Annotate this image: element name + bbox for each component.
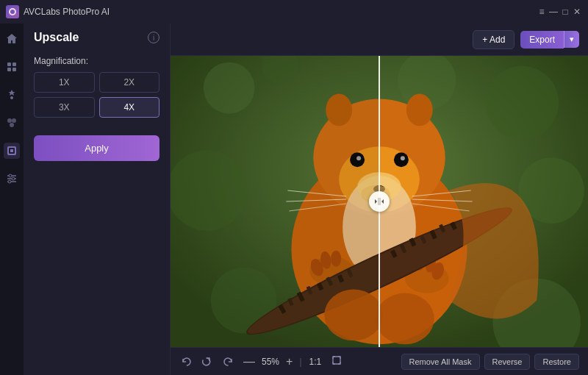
- svg-point-9: [10, 123, 14, 127]
- title-bar-left: AVCLabs PhotoPro AI: [6, 5, 110, 18]
- svg-rect-3: [12, 63, 16, 66]
- undo-alt-button[interactable]: [200, 354, 215, 369]
- sidebar-icon-layers[interactable]: [4, 143, 20, 159]
- magnification-section: Magnification: 1X 2X 3X 4X: [24, 50, 170, 128]
- sidebar-icon-home[interactable]: [4, 31, 20, 47]
- apply-button[interactable]: Apply: [34, 135, 159, 161]
- window-controls: ≡ — □ ✕: [537, 7, 582, 17]
- svg-point-16: [9, 174, 12, 177]
- reverse-button[interactable]: Reverse: [484, 354, 531, 370]
- undo-button[interactable]: [179, 354, 194, 369]
- title-bar: AVCLabs PhotoPro AI ≡ — □ ✕: [0, 0, 588, 24]
- redo-button[interactable]: [220, 354, 235, 369]
- sidebar-icon-upscale[interactable]: [4, 59, 20, 75]
- bottom-right-controls: Remove All Mask Reverse Restore: [401, 354, 579, 370]
- svg-rect-2: [7, 63, 11, 66]
- maximize-btn[interactable]: □: [560, 7, 570, 17]
- svg-point-8: [12, 118, 16, 123]
- svg-point-17: [12, 177, 15, 180]
- panel-header: Upscale i: [24, 24, 170, 50]
- export-main-button[interactable]: Export: [520, 31, 564, 49]
- svg-point-67: [376, 293, 434, 345]
- svg-point-7: [7, 118, 12, 123]
- restore-button[interactable]: Restore: [534, 354, 579, 370]
- menu-btn[interactable]: ≡: [537, 7, 547, 17]
- compare-handle[interactable]: [369, 191, 390, 212]
- svg-point-18: [8, 180, 11, 183]
- info-icon[interactable]: i: [148, 32, 159, 43]
- svg-rect-12: [10, 149, 13, 152]
- fit-button[interactable]: [329, 354, 345, 369]
- export-button-group: Export ▾: [520, 31, 579, 49]
- zoom-value: 55%: [262, 357, 279, 367]
- bottom-bar: — 55% + | 1:1: [171, 347, 588, 375]
- zoom-in-button[interactable]: +: [284, 353, 295, 371]
- canvas-area[interactable]: [171, 56, 588, 347]
- left-panel: Upscale i Magnification: 1X 2X 3X 4X App…: [24, 24, 171, 375]
- svg-rect-77: [333, 357, 340, 364]
- app-logo: [6, 5, 19, 18]
- svg-point-1: [10, 10, 15, 14]
- app-title: AVCLabs PhotoPro AI: [24, 7, 110, 17]
- ratio-button[interactable]: 1:1: [306, 355, 325, 368]
- panel-title: Upscale: [34, 31, 79, 44]
- content-area: + Add Export ▾: [171, 24, 588, 375]
- svg-rect-4: [7, 68, 11, 71]
- image-container: [171, 56, 588, 347]
- sidebar-icon-effects[interactable]: [4, 115, 20, 131]
- mag-3x-button[interactable]: 3X: [34, 97, 95, 118]
- export-arrow-button[interactable]: ▾: [564, 31, 579, 48]
- magnification-grid: 1X 2X 3X 4X: [34, 72, 159, 118]
- mag-1x-button[interactable]: 1X: [34, 72, 95, 93]
- sidebar-icon-adjust[interactable]: [4, 171, 20, 187]
- svg-point-6: [10, 96, 13, 99]
- close-btn[interactable]: ✕: [572, 7, 582, 17]
- mag-2x-button[interactable]: 2X: [99, 72, 160, 93]
- svg-point-31: [406, 94, 433, 126]
- minimize-btn[interactable]: —: [548, 7, 559, 17]
- svg-point-23: [485, 66, 559, 140]
- svg-point-40: [401, 156, 405, 160]
- mag-4x-button[interactable]: 4X: [99, 97, 160, 118]
- magnification-label: Magnification:: [34, 56, 159, 66]
- zoom-out-button[interactable]: —: [241, 353, 257, 371]
- icon-sidebar: [0, 24, 24, 375]
- sidebar-icon-tools[interactable]: [4, 87, 20, 103]
- zoom-display: — 55% + | 1:1: [241, 353, 345, 371]
- svg-rect-68: [171, 56, 379, 347]
- remove-all-mask-button[interactable]: Remove All Mask: [401, 354, 480, 370]
- top-bar: + Add Export ▾: [171, 24, 588, 56]
- bottom-left-controls: — 55% + | 1:1: [179, 353, 345, 371]
- add-button[interactable]: + Add: [473, 30, 514, 49]
- main-layout: Upscale i Magnification: 1X 2X 3X 4X App…: [0, 24, 588, 375]
- svg-rect-5: [12, 68, 16, 71]
